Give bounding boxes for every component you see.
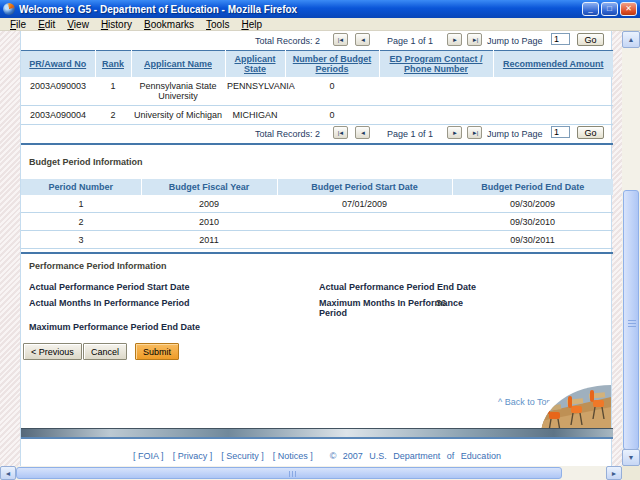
horizontal-scrollbar[interactable]: ◄ ► [0,466,622,480]
cell-end: 09/30/2010 [452,213,613,231]
cell-year: 2011 [141,231,277,249]
next-page-button[interactable]: ► [447,126,462,139]
cell-start: 07/01/2009 [277,195,452,213]
max-months-value: 36 [436,298,446,308]
menu-edit[interactable]: Edit [32,19,61,30]
last-page-button[interactable]: ►| [467,33,482,46]
back-to-top-link[interactable]: ^ Back to Top [498,397,552,407]
vertical-scroll-thumb[interactable] [623,190,639,450]
applicants-table: PR/Award No Rank Applicant Name Applican… [21,50,613,125]
table-row: 2003A090003 1 Pennsylvania State Univers… [21,77,613,106]
cell-state: PENNSYLVANIA [225,77,285,106]
last-page-button[interactable]: ►| [467,126,482,139]
page-viewport: Total Records: 2 |◄ ◄ Page 1 of 1 ► ►| J… [0,31,622,466]
menu-help[interactable]: Help [235,19,268,30]
browser-window: Welcome to G5 - Department of Education … [0,0,640,480]
first-page-button[interactable]: |◄ [333,33,348,46]
cell-state: MICHIGAN [225,106,285,125]
previous-page-button[interactable]: ◄ [355,126,370,139]
scroll-up-arrow-icon[interactable]: ▲ [622,31,640,48]
footer-link-notices[interactable]: [ Notices ] [273,451,313,461]
go-button[interactable]: Go [577,33,604,46]
jump-to-page-label: Jump to Page [487,36,543,46]
firefox-icon [3,3,15,15]
cell-contact [379,77,493,106]
footer-link-foia[interactable]: [ FOIA ] [133,451,164,461]
scrollbar-corner [622,466,640,480]
budget-section-title: Budget Period Information [29,157,143,167]
table-row: 2003A090004 2 University of Michigan MIC… [21,106,613,125]
go-button[interactable]: Go [577,126,604,139]
budget-header-row: Period Number Budget Fiscal Year Budget … [21,179,613,195]
next-page-button[interactable]: ► [447,33,462,46]
page-indicator: Page 1 of 1 [387,129,433,139]
section-divider [21,143,613,145]
scroll-left-arrow-icon[interactable]: ◄ [0,466,16,480]
col-start-date: Budget Period Start Date [277,179,452,195]
col-applicant-state[interactable]: Applicant State [225,51,285,78]
cell-year: 2010 [141,213,277,231]
cell-pr-award: 2003A090003 [21,77,95,106]
jump-to-page-input[interactable] [551,126,570,138]
title-bar: Welcome to G5 - Department of Education … [0,0,640,18]
col-budget-periods[interactable]: Number of Budget Periods [285,51,379,78]
cell-end: 09/30/2011 [452,231,613,249]
col-recommended-amount[interactable]: Recommended Amount [493,51,613,78]
col-period-number: Period Number [21,179,141,195]
cell-contact [379,106,493,125]
footer: [ FOIA ] [ Privacy ] [ Security ] [ Noti… [21,451,613,461]
table-row: 1 2009 07/01/2009 09/30/2009 [21,195,613,213]
cancel-button[interactable]: Cancel [83,343,127,360]
menu-bookmarks[interactable]: Bookmarks [138,19,200,30]
horizontal-scroll-thumb[interactable] [16,467,562,479]
cell-end: 09/30/2009 [452,195,613,213]
total-records-label: Total Records: 2 [255,36,320,46]
menu-bar: File Edit View History Bookmarks Tools H… [0,18,640,31]
window-title: Welcome to G5 - Department of Education … [19,4,582,15]
actual-start-date-label: Actual Performance Period Start Date [29,282,190,292]
previous-button[interactable]: < Previous [23,343,82,360]
total-records-label: Total Records: 2 [255,129,320,139]
cell-pr-award: 2003A090004 [21,106,95,125]
col-pr-award-no[interactable]: PR/Award No [21,51,95,78]
footer-link-privacy[interactable]: [ Privacy ] [173,451,213,461]
cell-rank: 1 [95,77,131,106]
cell-periods: 0 [285,77,379,106]
close-button[interactable]: ✕ [620,2,637,16]
cell-period: 2 [21,213,141,231]
cell-period: 3 [21,231,141,249]
section-divider [21,252,613,254]
menu-view[interactable]: View [61,19,95,30]
submit-button[interactable]: Submit [135,343,179,360]
budget-period-table: Period Number Budget Fiscal Year Budget … [21,179,613,249]
menu-history[interactable]: History [95,19,138,30]
col-applicant-name[interactable]: Applicant Name [131,51,225,78]
performance-section-title: Performance Period Information [29,261,167,271]
cell-amount [493,77,613,106]
minimize-button[interactable]: _ [582,2,599,16]
decorative-wave-bar [21,428,613,439]
jump-to-page-input[interactable] [551,33,570,45]
previous-page-button[interactable]: ◄ [355,33,370,46]
cell-start [277,231,452,249]
cell-period: 1 [21,195,141,213]
col-end-date: Budget Period End Date [452,179,613,195]
page-content: Total Records: 2 |◄ ◄ Page 1 of 1 ► ►| J… [20,31,612,466]
menu-tools[interactable]: Tools [200,19,235,30]
scroll-down-arrow-icon[interactable]: ▼ [622,449,640,466]
cell-rank: 2 [95,106,131,125]
col-ed-contact[interactable]: ED Program Contact / Phone Number [379,51,493,78]
footer-link-security[interactable]: [ Security ] [221,451,264,461]
col-rank[interactable]: Rank [95,51,131,78]
vertical-scrollbar[interactable]: ▲ ▼ [622,31,640,466]
maximize-button[interactable]: □ [601,2,618,16]
table-row: 3 2011 09/30/2011 [21,231,613,249]
pagination-bottom: Total Records: 2 |◄ ◄ Page 1 of 1 ► ►| J… [21,126,613,141]
max-end-date-label: Maximum Performance Period End Date [29,322,200,332]
window-controls: _ □ ✕ [582,2,637,16]
scroll-right-arrow-icon[interactable]: ► [606,466,622,480]
actual-months-label: Actual Months In Performance Period [29,298,190,308]
cell-start [277,213,452,231]
first-page-button[interactable]: |◄ [333,126,348,139]
menu-file[interactable]: File [4,19,32,30]
